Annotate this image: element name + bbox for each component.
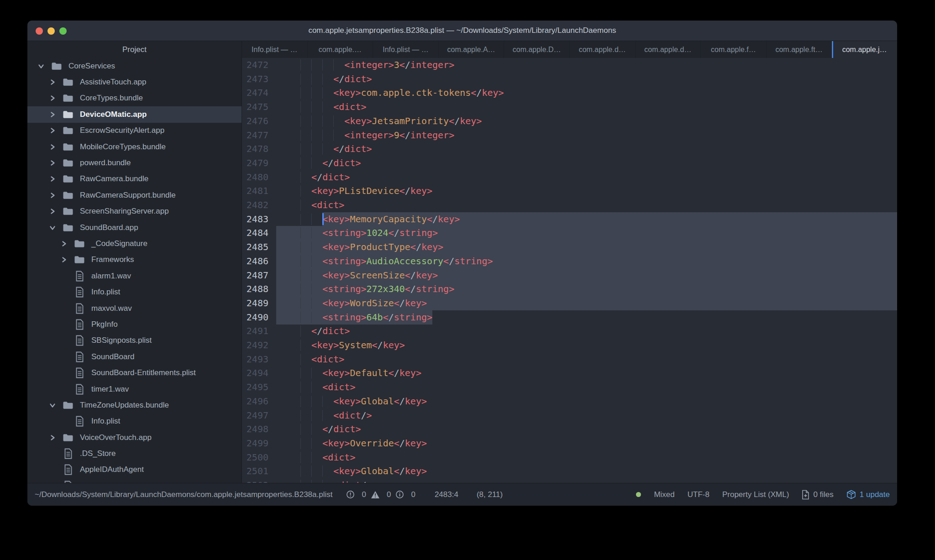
tab-9-com-apple-ft[interactable]: com.apple.ft… bbox=[767, 41, 832, 58]
file-icon bbox=[74, 416, 85, 427]
chevron-right-icon[interactable] bbox=[49, 160, 56, 166]
code-line-2482: 2482 <dict> bbox=[242, 198, 897, 212]
tree-item-label: PkgInfo bbox=[91, 320, 118, 329]
tree-item-codesignature[interactable]: _CodeSignature bbox=[27, 236, 242, 251]
xml-tag-token: <dict> bbox=[311, 199, 344, 210]
tree-item-frameworks[interactable]: Frameworks bbox=[27, 252, 242, 268]
xml-tag-token: < bbox=[322, 424, 328, 434]
tree-item-label: TimeZoneUpdates.bundle bbox=[80, 401, 169, 410]
tree-item-timer1-wav[interactable]: timer1.wav bbox=[27, 381, 242, 397]
tree-item-soundboard-entitlements-plist[interactable]: SoundBoard-Entitlements.plist bbox=[27, 365, 242, 381]
xml-tag-token: <string> bbox=[322, 227, 366, 238]
status-cursor-position[interactable]: 2483:4 bbox=[435, 490, 458, 499]
line-number: 2477 bbox=[242, 128, 268, 142]
status-file-path: ~/Downloads/System/Library/LaunchDaemons… bbox=[35, 490, 332, 499]
tree-item-label: SBSignposts.plist bbox=[91, 336, 152, 345]
xml-tag-token: key> bbox=[383, 340, 405, 351]
plist-key-token: System bbox=[339, 340, 372, 351]
chevron-right-icon[interactable] bbox=[61, 241, 67, 247]
status-files[interactable]: 0 files bbox=[802, 490, 833, 500]
tree-item-sbsignposts-plist[interactable]: SBSignposts.plist bbox=[27, 333, 242, 349]
xml-tag-token: <dict> bbox=[333, 101, 366, 112]
tree-item-assistivetouch-app[interactable]: AssistiveTouch.app bbox=[27, 74, 242, 90]
code-text: <integer>9</integer> bbox=[300, 128, 454, 142]
xml-slash-token: / bbox=[399, 396, 405, 407]
tab-1-info-plist[interactable]: Info.plist — … bbox=[242, 41, 308, 58]
chevron-right-icon[interactable] bbox=[49, 192, 56, 199]
line-number: 2475 bbox=[242, 100, 268, 114]
code-text: <dict> bbox=[300, 100, 367, 114]
xml-slash-token: / bbox=[416, 241, 421, 252]
tree-item-rawcamera-bundle[interactable]: RawCamera.bundle bbox=[27, 171, 242, 187]
chevron-right-icon[interactable] bbox=[49, 95, 56, 101]
warning-triangle-icon bbox=[371, 491, 380, 499]
code-line-2478: 2478 </dict> bbox=[242, 142, 897, 156]
tree-item-soundboard-app[interactable]: SoundBoard.app bbox=[27, 220, 242, 236]
xml-tag-token: < bbox=[410, 241, 416, 252]
file-icon bbox=[74, 271, 85, 282]
chevron-down-icon[interactable] bbox=[38, 63, 44, 69]
status-syntax[interactable]: Property List (XML) bbox=[722, 490, 789, 499]
xml-tag-token: > bbox=[367, 480, 372, 483]
tree-item-maxvol-wav[interactable]: maxvol.wav bbox=[27, 300, 242, 316]
status-encoding[interactable]: UTF-8 bbox=[688, 490, 709, 499]
tab-10-com-apple-j[interactable]: com.apple.j… bbox=[832, 41, 897, 58]
status-update[interactable]: 1 update bbox=[846, 490, 890, 499]
tree-item-timezoneupdates-bundle[interactable]: TimeZoneUpdates.bundle bbox=[27, 397, 242, 413]
tab-3-info-plist[interactable]: Info.plist — … bbox=[373, 41, 439, 58]
xml-tag-token: < bbox=[372, 340, 378, 351]
chevron-right-icon[interactable] bbox=[49, 111, 56, 118]
chevron-right-icon[interactable] bbox=[61, 256, 67, 263]
tab-7-com-apple-d[interactable]: com.apple.d… bbox=[636, 41, 701, 58]
status-right-group: Mixed UTF-8 Property List (XML) 0 files … bbox=[623, 490, 890, 500]
tree-item-ds-store[interactable]: .DS_Store bbox=[27, 445, 242, 461]
chevron-right-icon[interactable] bbox=[49, 434, 56, 441]
code-editor[interactable]: 2472 <integer>3</integer>2473 </dict>247… bbox=[242, 58, 897, 483]
plist-key-token: 9 bbox=[394, 130, 399, 141]
tree-item-deviceomatic-app[interactable]: DeviceOMatic.app bbox=[27, 106, 242, 122]
xml-slash-token: / bbox=[454, 115, 460, 126]
tree-item-rawcamerasupport-bundle[interactable]: RawCameraSupport.bundle bbox=[27, 187, 242, 203]
folder-icon bbox=[63, 94, 74, 103]
tree-item-mobilecoretypes-bundle[interactable]: MobileCoreTypes.bundle bbox=[27, 139, 242, 155]
chevron-right-icon[interactable] bbox=[49, 176, 56, 182]
tab-8-com-apple-f[interactable]: com.apple.f… bbox=[701, 41, 767, 58]
tab-6-com-apple-d[interactable]: com.apple.d… bbox=[570, 41, 636, 58]
code-text: </dict> bbox=[300, 324, 350, 338]
tree-item-powerd-bundle[interactable]: powerd.bundle bbox=[27, 155, 242, 171]
xml-tag-token: < bbox=[394, 466, 399, 476]
tree-item-alarm1-wav[interactable]: alarm1.wav bbox=[27, 268, 242, 284]
tab-2-com-apple[interactable]: com.apple.… bbox=[308, 41, 373, 58]
status-bar: ~/Downloads/System/Library/LaunchDaemons… bbox=[27, 483, 897, 506]
chevron-right-icon[interactable] bbox=[49, 144, 56, 150]
chevron-right-icon[interactable] bbox=[49, 79, 56, 85]
xml-tag-token: < bbox=[383, 312, 389, 323]
tree-item-voiceovertouch-app[interactable]: VoiceOverTouch.app bbox=[27, 429, 242, 445]
tab-5-com-apple-d[interactable]: com.apple.D… bbox=[504, 41, 570, 58]
chevron-down-icon[interactable] bbox=[49, 402, 56, 408]
tree-item-coreservices[interactable]: CoreServices bbox=[27, 58, 242, 74]
chevron-right-icon[interactable] bbox=[49, 208, 56, 215]
chevron-right-icon[interactable] bbox=[49, 127, 56, 134]
tab-4-com-apple-a[interactable]: com.apple.A… bbox=[439, 41, 504, 58]
tree-item-escrowsecurityalert-app[interactable]: EscrowSecurityAlert.app bbox=[27, 123, 242, 139]
tree-item-soundboard[interactable]: SoundBoard bbox=[27, 349, 242, 365]
chevron-down-icon[interactable] bbox=[49, 225, 56, 231]
tree-item-appleidauthagent[interactable]: AppleIDAuthAgent bbox=[27, 462, 242, 478]
xml-tag-token: key> bbox=[416, 270, 438, 281]
xml-tag-token: dict> bbox=[322, 325, 350, 336]
tree-item-screensharingserver-app[interactable]: ScreenSharingServer.app bbox=[27, 204, 242, 220]
status-line-endings[interactable]: Mixed bbox=[654, 490, 674, 499]
tree-item-pkginfo[interactable]: PkgInfo bbox=[27, 316, 242, 332]
tree-item-coretypes-bundle[interactable]: CoreTypes.bundle bbox=[27, 90, 242, 106]
line-number: 2497 bbox=[242, 408, 268, 423]
xml-tag-token: dict> bbox=[344, 73, 372, 84]
code-line-2496: 2496 <key>Global</key> bbox=[242, 394, 897, 408]
tree-item-cachedeletesystembackups[interactable]: CacheDeleteSystemBackups bbox=[27, 478, 242, 483]
tree-item-info-plist[interactable]: Info.plist bbox=[27, 413, 242, 429]
tab-label: com.apple.j… bbox=[842, 46, 887, 54]
xml-tag-token: <key> bbox=[333, 396, 361, 407]
main-content: CoreServicesAssistiveTouch.appCoreTypes.… bbox=[27, 58, 897, 483]
tree-item-info-plist[interactable]: Info.plist bbox=[27, 284, 242, 300]
folder-icon bbox=[63, 191, 74, 200]
